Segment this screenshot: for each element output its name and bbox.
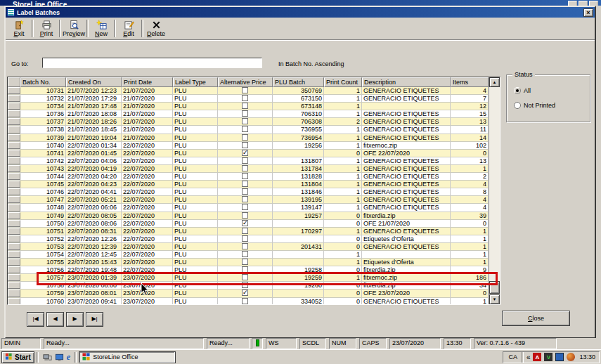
next-record-button[interactable]: ▶ <box>66 312 84 327</box>
previous-record-button[interactable]: ◀ <box>46 312 64 327</box>
table-row[interactable]: 1075422/07/2020 12:4522/07/2020PLU11 <box>8 251 500 259</box>
row-selector[interactable] <box>8 157 20 164</box>
row-selector[interactable] <box>8 110 20 117</box>
radio-option-all[interactable]: All <box>514 87 590 94</box>
minimize-icon[interactable] <box>568 1 577 6</box>
table-row[interactable]: 1076023/07/2020 09:4123/07/2020PLU334052… <box>8 298 500 305</box>
column-header-print-date[interactable]: Print Date <box>122 77 173 87</box>
delete-button[interactable]: Delete <box>144 18 168 39</box>
connection-icon[interactable] <box>567 353 575 361</box>
maximize-icon[interactable] <box>579 1 588 6</box>
start-button[interactable]: Start <box>1 351 34 363</box>
print-button[interactable]: Print <box>34 18 58 39</box>
close-window-button[interactable]: × <box>583 8 593 17</box>
row-selector[interactable] <box>8 181 20 188</box>
row-selector[interactable] <box>8 165 20 172</box>
table-row[interactable]: 1074722/07/2020 05:2122/07/2020PLU139195… <box>8 196 500 204</box>
close-button[interactable]: Close <box>502 311 570 326</box>
table-row[interactable]: 1073421/07/2020 17:4821/07/2020PLU673148… <box>8 103 500 110</box>
table-row[interactable]: 1075122/07/2020 08:3122/07/2020PLU170297… <box>8 228 500 235</box>
row-selector[interactable] <box>8 103 20 110</box>
vertical-scrollbar[interactable]: ▲ ▼ <box>489 77 500 304</box>
scrollbar-thumb[interactable] <box>489 281 500 294</box>
taskbar-task-storeline-office[interactable]: StoreLine Office <box>79 351 176 363</box>
table-row[interactable]: 1073621/07/2020 18:0821/07/2020PLU706310… <box>8 110 500 118</box>
row-selector[interactable] <box>8 266 20 273</box>
language-indicator[interactable]: CA <box>507 353 519 360</box>
table-row[interactable]: 1073921/07/2020 19:0421/07/2020PLU736954… <box>8 134 500 142</box>
column-header-created-on[interactable]: Created On <box>66 77 122 87</box>
antivirus-icon[interactable]: V <box>544 353 552 361</box>
table-row[interactable]: 1075622/07/2020 19:4822/07/2020PLU192580… <box>8 266 500 274</box>
tray-chevron-icon[interactable]: « <box>526 353 531 361</box>
table-row[interactable]: 1073821/07/2020 18:4521/07/2020PLU736955… <box>8 126 500 134</box>
row-selector[interactable] <box>8 188 20 195</box>
exit-button[interactable]: Exit <box>7 18 31 39</box>
column-header-description[interactable]: Description <box>362 77 451 87</box>
row-selector[interactable] <box>8 282 20 289</box>
row-selector[interactable] <box>8 126 20 133</box>
table-row[interactable]: 1074022/07/2020 01:3422/07/2020PLU192561… <box>8 142 500 150</box>
first-record-button[interactable]: |◀ <box>27 312 44 327</box>
row-selector[interactable] <box>8 118 20 125</box>
row-selector[interactable] <box>8 235 20 242</box>
row-selector[interactable] <box>8 95 20 102</box>
printer-tool-icon[interactable] <box>43 353 52 362</box>
row-selector[interactable] <box>8 290 20 297</box>
row-selector[interactable] <box>8 298 20 305</box>
table-row[interactable]: 1073721/07/2020 18:2621/07/2020PLU706308… <box>8 118 500 126</box>
table-row[interactable]: 1074922/07/2020 08:0522/07/2020PLU192570… <box>8 212 500 220</box>
table-row[interactable]: 1073221/07/2020 17:2921/07/2020PLU673150… <box>8 95 500 103</box>
close-icon[interactable] <box>589 1 598 6</box>
row-selector[interactable] <box>8 173 20 180</box>
table-row[interactable]: 1074622/07/2020 04:4122/07/2020PLU131846… <box>8 188 500 196</box>
network-icon[interactable] <box>555 353 564 361</box>
row-selector[interactable] <box>8 204 20 211</box>
goto-input[interactable] <box>42 58 262 68</box>
taskbar-clock[interactable]: 13:30 <box>578 353 595 360</box>
last-record-button[interactable]: ▶| <box>86 312 103 327</box>
table-row[interactable]: 1075522/07/2020 15:4322/07/2020PLU1Etiqu… <box>8 259 500 266</box>
row-selector[interactable] <box>8 274 20 281</box>
table-row[interactable]: 1075322/07/2020 12:3922/07/2020PLU201431… <box>8 243 500 251</box>
column-header-selector[interactable] <box>8 77 20 87</box>
row-selector[interactable] <box>8 251 20 258</box>
scroll-down-icon[interactable]: ▼ <box>489 294 500 304</box>
internet-explorer-icon[interactable]: e <box>67 353 70 362</box>
table-row[interactable]: 1074122/07/2020 01:4522/07/2020PLU✓0OFE … <box>8 150 500 157</box>
column-header-batch-no[interactable]: Batch No. <box>20 77 66 87</box>
row-selector[interactable] <box>8 134 20 141</box>
row-selector[interactable] <box>8 150 20 157</box>
table-row[interactable]: 1074322/07/2020 04:1922/07/2020PLU131784… <box>8 165 500 173</box>
new-button[interactable]: New <box>89 18 113 39</box>
preview-button[interactable]: Preview <box>62 18 86 39</box>
row-selector[interactable] <box>8 196 20 203</box>
column-header-print-count[interactable]: Print Count <box>324 77 362 87</box>
row-selector[interactable] <box>8 243 20 250</box>
show-desktop-icon[interactable] <box>55 353 64 362</box>
column-header-alternative-price[interactable]: Alternative Price <box>218 77 273 87</box>
column-header-items[interactable]: Items <box>451 77 489 87</box>
table-row[interactable]: 1074522/07/2020 04:2322/07/2020PLU131804… <box>8 181 500 188</box>
table-row[interactable]: 1074422/07/2020 04:2022/07/2020PLU131828… <box>8 173 500 181</box>
row-selector[interactable] <box>8 142 20 149</box>
table-row[interactable]: 1075923/07/2020 08:0123/07/2020PLU✓0OFE … <box>8 290 500 297</box>
table-row[interactable]: 1075823/07/2020 08:0023/07/2020PLU192600… <box>8 282 500 290</box>
titlebar[interactable]: Label Batches × <box>6 7 595 18</box>
row-selector[interactable] <box>8 212 20 219</box>
row-selector[interactable] <box>8 220 20 227</box>
acrobat-icon[interactable]: A <box>533 353 541 361</box>
table-row[interactable]: 1074222/07/2020 04:0622/07/2020PLU131807… <box>8 157 500 165</box>
row-selector[interactable] <box>8 87 20 94</box>
column-header-plu-batch[interactable]: PLU Batch <box>273 77 324 87</box>
highlighted-table-row[interactable]: 1075723/07/2020 01:3923/07/2020PLU192591… <box>8 274 500 282</box>
edit-button[interactable]: Edit <box>117 18 141 39</box>
table-row[interactable]: 1074822/07/2020 06:0622/07/2020PLU139147… <box>8 204 500 212</box>
table-row[interactable]: 1075022/07/2020 08:0622/07/2020PLU✓0OFE … <box>8 220 500 228</box>
row-selector[interactable] <box>8 228 20 235</box>
scroll-up-icon[interactable]: ▲ <box>489 77 500 87</box>
table-row[interactable]: 1073121/07/2020 12:2321/07/2020PLU350769… <box>8 87 500 95</box>
radio-option-not-printed[interactable]: Not Printed <box>514 102 590 109</box>
row-selector[interactable] <box>8 259 20 266</box>
column-header-label-type[interactable]: Label Type <box>173 77 218 87</box>
